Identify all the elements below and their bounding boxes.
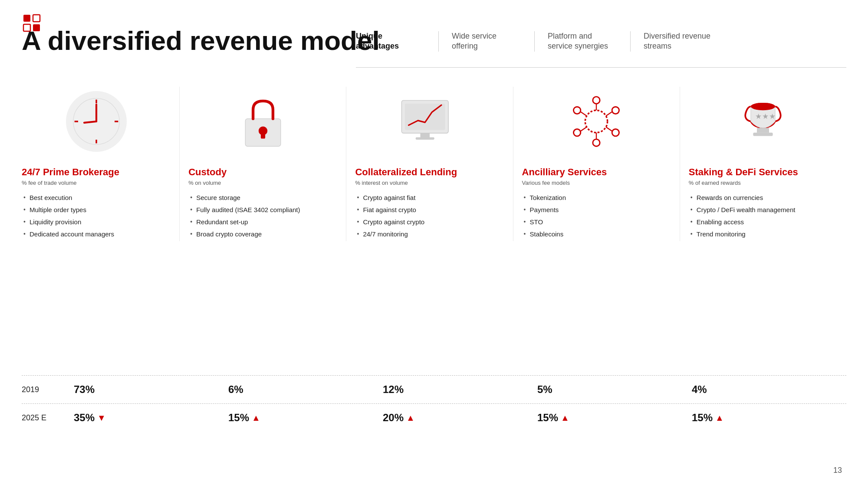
list-item: Fiat against crypto — [355, 205, 424, 215]
stat-brokerage-2019: 73% — [74, 383, 228, 396]
col-ancilliary: Ancilliary Services Various fee models T… — [513, 87, 680, 241]
list-item: Trend monitoring — [689, 229, 796, 239]
svg-point-37 — [751, 103, 775, 110]
list-item: Liquidity provision — [22, 217, 114, 227]
list-item: Broad crypto coverage — [188, 229, 300, 239]
svg-line-26 — [606, 112, 612, 116]
stat-custody-2019: 6% — [228, 383, 383, 396]
list-item: Crypto against fiat — [355, 193, 424, 203]
list-item: Secure storage — [188, 193, 300, 203]
lending-title: Collateralized Lending — [355, 167, 457, 178]
arrow-up-icon: ▲ — [561, 413, 569, 423]
custody-list: Secure storage Fully audited (ISAE 3402 … — [188, 193, 300, 241]
ancilliary-list: Tokenization Payments STO Stablecoins — [522, 193, 566, 241]
col-brokerage: 24/7 Prime Brokerage % fee of trade volu… — [22, 87, 179, 241]
svg-point-22 — [593, 139, 600, 146]
list-item: Rewards on currencies — [689, 193, 796, 203]
staking-icon: ★ ★ ★ — [689, 87, 838, 156]
list-item: Crypto against crypto — [355, 217, 424, 227]
svg-point-24 — [574, 107, 581, 114]
page-number: 13 — [833, 466, 842, 475]
breadcrumb-nav: Unique advantages Wide service offering … — [356, 31, 726, 52]
brokerage-subtitle: % fee of trade volume — [22, 180, 76, 186]
stat-lending-2019: 12% — [383, 383, 537, 396]
stats-section: 2019 73% 6% 12% 5% 4% 2025 E 35% ▼ — [22, 375, 846, 432]
arrow-up-icon: ▲ — [406, 413, 415, 423]
arrow-down-icon: ▼ — [97, 413, 106, 423]
list-item: Crypto / DeFi wealth management — [689, 205, 796, 215]
list-item: 24/7 monitoring — [355, 229, 424, 239]
svg-rect-17 — [416, 138, 434, 140]
list-item: Payments — [522, 205, 566, 215]
stat-staking-2019: 4% — [692, 383, 846, 396]
columns-container: 24/7 Prime Brokerage % fee of trade volu… — [22, 87, 846, 241]
custody-title: Custody — [188, 167, 227, 178]
stat-brokerage-2025: 35% ▼ — [74, 412, 228, 424]
svg-text:★: ★ — [769, 112, 776, 121]
svg-rect-35 — [757, 128, 769, 133]
brokerage-icon — [22, 87, 171, 156]
lending-subtitle: % interest on volume — [355, 180, 408, 186]
list-item: Dedicated account managers — [22, 229, 114, 239]
arrow-up-icon: ▲ — [715, 413, 724, 423]
nav-divider — [356, 67, 846, 68]
ancilliary-icon — [522, 87, 671, 156]
stat-lending-2025: 20% ▲ — [383, 412, 537, 424]
stat-ancilliary-2019: 5% — [537, 383, 692, 396]
list-item: STO — [522, 217, 566, 227]
ancilliary-title: Ancilliary Services — [522, 167, 607, 178]
lending-list: Crypto against fiat Fiat against crypto … — [355, 193, 424, 241]
list-item: Fully audited (ISAE 3402 compliant) — [188, 205, 300, 215]
custody-icon — [188, 87, 337, 156]
lending-icon — [355, 87, 504, 156]
list-item: Stablecoins — [522, 229, 566, 239]
svg-point-18 — [585, 110, 608, 132]
svg-text:★: ★ — [762, 112, 769, 121]
svg-point-19 — [593, 97, 600, 104]
svg-point-21 — [612, 129, 619, 136]
brokerage-list: Best execution Multiple order types Liqu… — [22, 193, 114, 241]
col-lending: Collateralized Lending % interest on vol… — [346, 87, 513, 241]
stat-staking-2025: 15% ▲ — [692, 412, 846, 424]
list-item: Enabling access — [689, 217, 796, 227]
svg-rect-2 — [33, 15, 40, 22]
svg-rect-0 — [23, 15, 30, 22]
nav-item-diversified[interactable]: Diversified revenue streams — [630, 31, 726, 52]
col-custody: Custody % on volume Secure storage Fully… — [179, 87, 346, 241]
svg-point-23 — [574, 129, 581, 136]
custody-subtitle: % on volume — [188, 180, 221, 186]
ancilliary-subtitle: Various fee models — [522, 180, 570, 186]
svg-rect-13 — [261, 131, 265, 139]
page-title: A diversified revenue model — [22, 26, 380, 56]
stats-row-2025: 2025 E 35% ▼ 15% ▲ 20% ▲ 15% ▲ 15% ▲ — [22, 403, 846, 432]
stat-custody-2025: 15% ▲ — [228, 412, 383, 424]
stats-values-2025: 35% ▼ 15% ▲ 20% ▲ 15% ▲ 15% ▲ — [74, 412, 846, 424]
stats-year-2025: 2025 E — [22, 413, 74, 422]
list-item: Tokenization — [522, 193, 566, 203]
staking-subtitle: % of earned rewards — [689, 180, 741, 186]
stats-row-2019: 2019 73% 6% 12% 5% 4% — [22, 375, 846, 403]
nav-item-wide[interactable]: Wide service offering — [438, 31, 534, 52]
brokerage-title: 24/7 Prime Brokerage — [22, 167, 119, 178]
list-item: Redundant set-up — [188, 217, 300, 227]
svg-text:★: ★ — [755, 112, 762, 121]
svg-line-30 — [581, 112, 587, 116]
svg-line-6 — [84, 121, 96, 123]
arrow-up-icon: ▲ — [252, 413, 260, 423]
staking-list: Rewards on currencies Crypto / DeFi weal… — [689, 193, 796, 241]
staking-title: Staking & DeFi Services — [689, 167, 798, 178]
stats-year-2019: 2019 — [22, 385, 74, 394]
svg-line-27 — [606, 127, 612, 131]
col-staking: ★ ★ ★ Staking & DeFi Services % of earne… — [680, 87, 846, 241]
stats-values-2019: 73% 6% 12% 5% 4% — [74, 383, 846, 396]
nav-item-platform[interactable]: Platform and service synergies — [534, 31, 630, 52]
svg-rect-16 — [420, 133, 430, 138]
list-item: Best execution — [22, 193, 114, 203]
stat-ancilliary-2025: 15% ▲ — [537, 412, 692, 424]
nav-item-unique[interactable]: Unique advantages — [356, 31, 438, 52]
list-item: Multiple order types — [22, 205, 114, 215]
svg-rect-36 — [753, 133, 773, 136]
svg-line-29 — [581, 127, 587, 131]
svg-point-20 — [612, 107, 619, 114]
